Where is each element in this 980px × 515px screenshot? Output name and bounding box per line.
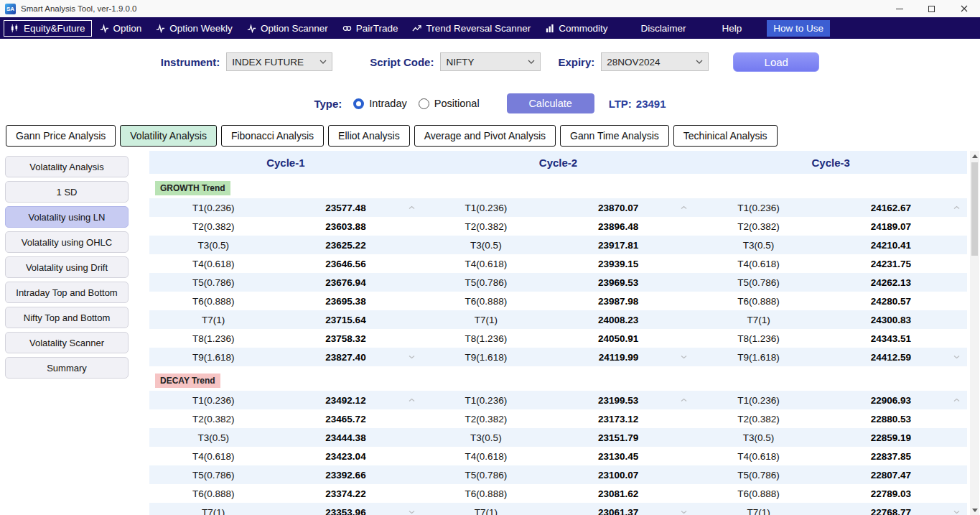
row-value: 23199.53: [550, 395, 694, 406]
cycle-3-cell: T2(0.382)22880.53: [694, 409, 967, 428]
row-value: 24119.99: [550, 352, 694, 363]
menu-item-pairtrade[interactable]: PairTrade: [336, 20, 405, 37]
row-label: T5(0.786): [149, 277, 277, 288]
radio-positional[interactable]: Positional: [419, 98, 480, 109]
tab-average-and-pivot-analysis[interactable]: Average and Pivot Analysis: [414, 125, 556, 147]
row-value: 22837.85: [823, 451, 967, 462]
cycle-2-cell: T2(0.382)23896.48: [422, 217, 695, 236]
sidebar-item-nifty-top-and-bottom[interactable]: Nifty Top and Bottom: [5, 307, 129, 328]
row-label: T8(1.236): [422, 333, 550, 344]
row-value: 24262.13: [823, 277, 967, 288]
tab-volatility-analysis[interactable]: Volatility Analysis: [120, 125, 217, 147]
calculate-button[interactable]: Calculate: [507, 93, 594, 113]
row-label: T4(0.618): [694, 259, 822, 269]
table-row: T9(1.618)23827.40T9(1.618)24119.99T9(1.6…: [149, 348, 967, 366]
chevron-up-icon[interactable]: [953, 399, 960, 402]
sidebar-item-volatality-analysis[interactable]: Volatality Analysis: [5, 156, 129, 177]
tab-gann-price-analysis[interactable]: Gann Price Analysis: [6, 125, 116, 147]
table-scroll-area: Cycle-1 Cycle-2 Cycle-3 GROWTH TrendT1(0…: [149, 151, 967, 515]
radio-selected-icon: [353, 98, 364, 109]
sidebar-item-volatality-using-ohlc[interactable]: Volatality using OHLC: [5, 231, 129, 253]
chevron-down-icon[interactable]: [681, 356, 687, 359]
expiry-dropdown[interactable]: 28NOV2024: [601, 52, 709, 71]
tab-fibonacci-analysis[interactable]: Fibonacci Analysis: [221, 125, 324, 147]
row-label: T7(1): [422, 315, 550, 325]
row-value: 23151.79: [550, 432, 694, 443]
scroll-down-icon[interactable]: [972, 505, 978, 515]
cycle-1-cell: T6(0.888)23695.38: [149, 292, 422, 310]
cycle-2-cell: T6(0.888)23081.62: [422, 484, 695, 503]
menu-item-help[interactable]: Help: [716, 20, 749, 37]
menu-item-commodity[interactable]: Commodity: [538, 20, 614, 37]
chevron-up-icon[interactable]: [953, 206, 960, 210]
sidebar-item-volatality-using-ln[interactable]: Volatality using LN: [5, 206, 129, 228]
minimize-button[interactable]: [883, 0, 915, 17]
tab-elliot-analysis[interactable]: Elliot Analysis: [328, 125, 410, 147]
chevron-down-icon[interactable]: [681, 511, 687, 514]
row-value: 23676.94: [277, 277, 421, 288]
row-value: 23465.72: [277, 414, 421, 424]
row-label: T3(0.5): [694, 240, 822, 251]
sidebar-item-1-sd[interactable]: 1 SD: [5, 181, 129, 203]
close-button[interactable]: [948, 0, 980, 17]
tab-gann-time-analysis[interactable]: Gann Time Analysis: [560, 125, 669, 147]
chevron-up-icon[interactable]: [409, 206, 415, 210]
chevron-up-icon[interactable]: [409, 399, 415, 402]
chevron-down-icon[interactable]: [953, 511, 960, 514]
row-value: 23392.66: [277, 470, 421, 481]
table-row: T8(1.236)23758.32T8(1.236)24050.91T8(1.2…: [149, 329, 967, 348]
row-value: 23492.12: [277, 395, 421, 406]
row-label: T6(0.888): [422, 296, 550, 307]
chevron-down-icon[interactable]: [409, 356, 415, 359]
menu-item-disclaimer[interactable]: Disclaimer: [635, 20, 693, 37]
menu-item-how-to-use[interactable]: How to Use: [767, 20, 830, 37]
table-row: T4(0.618)23423.04T4(0.618)23130.45T4(0.6…: [149, 447, 967, 465]
scrollbar-thumb[interactable]: [971, 162, 978, 256]
chevron-down-icon[interactable]: [953, 356, 960, 359]
menu-item-option-weekly[interactable]: Option Weekly: [149, 20, 239, 37]
row-label: T1(0.236): [149, 203, 277, 213]
row-value: 23100.07: [550, 470, 694, 481]
chevron-down-icon[interactable]: [409, 511, 415, 514]
row-value: 23987.98: [550, 296, 694, 307]
cycle-1-cell: T7(1)23715.64: [149, 310, 422, 329]
row-value: 22906.93: [823, 395, 967, 406]
scroll-up-icon[interactable]: [972, 151, 978, 161]
content-body: Volatality Analysis1 SDVolatality using …: [0, 149, 980, 515]
row-label: T7(1): [694, 315, 822, 325]
row-label: T2(0.382): [149, 414, 277, 424]
sidebar-item-volatality-scanner[interactable]: Volatality Scanner: [5, 332, 129, 353]
chevron-up-icon[interactable]: [681, 206, 687, 210]
tab-techinical-analysis[interactable]: Techinical Analysis: [673, 125, 778, 147]
row-value: 23939.15: [550, 259, 694, 269]
chevron-up-icon[interactable]: [681, 399, 687, 402]
script-code-dropdown[interactable]: NIFTY: [440, 52, 541, 71]
menu-item-equity-future[interactable]: Equity&Future: [4, 20, 92, 37]
cycle-3-cell: T1(0.236)22906.93: [694, 391, 967, 409]
titlebar: SA Smart Analysis Tool, ver-1.9.0.0: [0, 0, 980, 17]
table-row: T3(0.5)23444.38T3(0.5)23151.79T3(0.5)228…: [149, 428, 967, 447]
menu-item-trend-reversal-scanner[interactable]: Trend Reversal Scanner: [406, 20, 537, 37]
vertical-scrollbar[interactable]: [970, 151, 979, 515]
instrument-dropdown[interactable]: INDEX FUTURE: [226, 52, 332, 71]
load-button[interactable]: Load: [733, 52, 819, 72]
menu-item-option[interactable]: Option: [93, 20, 149, 37]
sidebar-item-intraday-top-and-bottom[interactable]: Intraday Top and Bottom: [5, 282, 129, 303]
sidebar-item-volatality-using-drift[interactable]: Volatality using Drift: [5, 256, 129, 278]
table-row: T1(0.236)23492.12T1(0.236)23199.53T1(0.2…: [149, 391, 967, 409]
menu-item-option-scanner[interactable]: Option Scanner: [241, 20, 335, 37]
pairtrade-icon: [342, 24, 352, 33]
row-value: 24210.41: [823, 240, 967, 251]
table-row: T7(1)23715.64T7(1)24008.23T7(1)24300.83: [149, 310, 967, 329]
expiry-label: Expiry:: [558, 56, 594, 68]
row-label: T5(0.786): [694, 277, 822, 288]
cycle-2-cell: T4(0.618)23939.15: [422, 254, 695, 273]
row-value: 22768.77: [823, 507, 967, 515]
maximize-button[interactable]: [915, 0, 948, 17]
radio-intraday[interactable]: Intraday: [353, 98, 406, 109]
row-value: 23374.22: [277, 488, 421, 499]
sidebar-item-summary[interactable]: Summary: [5, 357, 129, 379]
row-label: T1(0.236): [694, 395, 822, 406]
cycle-1-cell: T7(1)23353.96: [149, 503, 422, 515]
row-value: 24008.23: [550, 315, 694, 325]
